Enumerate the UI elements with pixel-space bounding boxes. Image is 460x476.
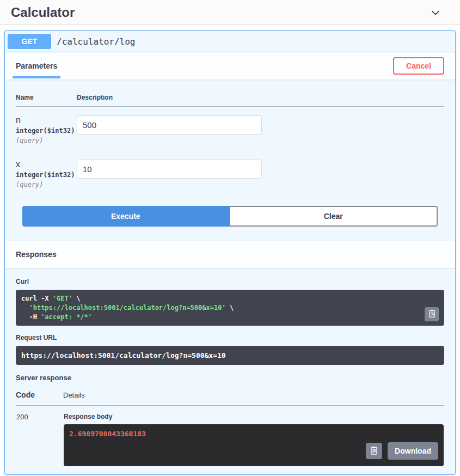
collapse-section-button[interactable] <box>429 6 442 19</box>
response-status-code: 200 <box>16 406 63 467</box>
parameters-table-container: Name Description n integer($int32) (quer… <box>5 80 455 197</box>
column-header-code: Code <box>16 384 63 406</box>
column-header-description: Description <box>77 88 444 107</box>
http-method-badge: GET <box>8 34 51 49</box>
clipboard-copy-icon <box>428 309 436 319</box>
response-body-label: Response body <box>64 413 444 420</box>
responses-section-header: Responses <box>5 241 455 268</box>
curl-command-block: curl -X 'GET' \ 'https://localhost:5001/… <box>16 290 444 326</box>
responses-title: Responses <box>16 250 57 259</box>
parameter-location: (query) <box>16 137 77 144</box>
copy-curl-button[interactable] <box>425 307 439 321</box>
request-url-block: https://localhost:5001/calculator/log?n=… <box>16 346 444 365</box>
request-url-label: Request URL <box>16 334 444 341</box>
parameter-type: integer($int32) <box>16 127 77 135</box>
copy-response-button[interactable] <box>366 443 382 459</box>
execute-button-group: Execute Clear <box>5 197 455 241</box>
tag-header: Calculator <box>0 0 460 25</box>
parameter-n-input[interactable] <box>77 115 262 135</box>
response-row: 200 Response body 2.6989700043360183 <box>16 406 444 467</box>
curl-string: 'https://localhost:5001/calculator/log?n… <box>29 304 225 312</box>
column-header-name: Name <box>16 88 77 107</box>
parameter-location: (query) <box>16 181 77 188</box>
parameter-type: integer($int32) <box>16 171 77 179</box>
endpoint-path: /calculator/log <box>57 36 136 47</box>
curl-string: 'GET' <box>53 295 72 302</box>
curl-label: Curl <box>16 278 444 285</box>
execute-button[interactable]: Execute <box>22 206 229 227</box>
response-actions: Download <box>366 442 438 460</box>
curl-text: curl -X <box>21 295 53 302</box>
clear-button[interactable]: Clear <box>229 206 438 227</box>
responses-content: Curl curl -X 'GET' \ 'https://localhost:… <box>5 268 455 474</box>
parameter-name: n <box>16 115 77 125</box>
response-body-value: 2.6989700043360183 <box>69 430 438 438</box>
response-body-block: 2.6989700043360183 <box>64 424 444 466</box>
curl-string: 'accept: */*' <box>41 313 92 321</box>
opblock-get: GET /calculator/log Parameters Cancel Na… <box>4 30 456 475</box>
column-header-details: Details <box>63 384 444 406</box>
parameter-name: x <box>16 160 77 169</box>
clipboard-copy-icon <box>370 446 378 456</box>
chevron-down-icon <box>429 13 442 21</box>
parameter-x-input[interactable] <box>77 160 262 179</box>
tab-parameters[interactable]: Parameters <box>13 62 60 70</box>
curl-command: curl -X 'GET' \ 'https://localhost:5001/… <box>21 294 422 321</box>
opblock-summary[interactable]: GET /calculator/log <box>5 31 455 52</box>
parameters-section-header: Parameters Cancel <box>5 52 455 80</box>
cancel-button[interactable]: Cancel <box>393 57 444 75</box>
server-response-label: Server response <box>16 374 444 382</box>
parameter-row: x integer($int32) (query) <box>16 151 444 195</box>
parameter-row: n integer($int32) (query) <box>16 107 444 151</box>
download-button[interactable]: Download <box>388 442 438 460</box>
page-title: Calculator <box>11 5 75 20</box>
server-response-table: Code Details 200 Response body 2.6989700… <box>16 384 444 467</box>
request-url: https://localhost:5001/calculator/log?n=… <box>21 351 439 359</box>
